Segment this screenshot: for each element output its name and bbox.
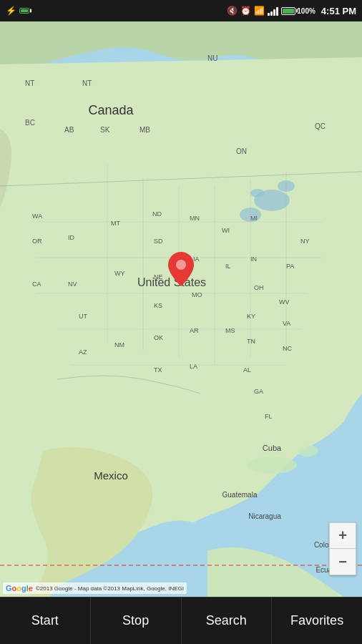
svg-text:NU: NU (207, 54, 217, 62)
svg-text:OR: OR (32, 238, 42, 245)
svg-text:WI: WI (222, 227, 230, 234)
start-button[interactable]: Start (0, 597, 91, 644)
svg-text:MI: MI (250, 215, 258, 222)
svg-text:WA: WA (32, 213, 42, 220)
svg-text:MB: MB (140, 126, 150, 134)
svg-text:WV: WV (279, 298, 290, 306)
svg-text:TX: TX (154, 366, 162, 374)
svg-text:NV: NV (68, 280, 77, 288)
zoom-controls: + − (329, 522, 356, 575)
status-bar: ⚡ 🔇 ⏰ 📶 100% 4:51 PM (0, 0, 362, 21)
svg-text:IL: IL (225, 263, 231, 270)
google-logo: Google (6, 584, 33, 592)
svg-text:IN: IN (250, 255, 257, 263)
time-display: 4:51 PM (321, 6, 356, 16)
svg-text:MO: MO (192, 291, 202, 298)
svg-text:NY: NY (300, 238, 310, 245)
bottom-nav-bar: Start Stop Search Favorites (0, 597, 362, 644)
svg-text:MN: MN (190, 215, 200, 222)
svg-text:NT: NT (82, 79, 92, 87)
map-attribution-text: ©2013 Google - Map data ©2013 MapLink, G… (36, 585, 184, 592)
svg-text:SD: SD (154, 238, 163, 245)
svg-text:KS: KS (154, 302, 162, 309)
alarm-icon: ⏰ (240, 6, 251, 16)
svg-text:VA: VA (283, 320, 290, 327)
svg-text:Guatemala: Guatemala (222, 491, 258, 499)
svg-text:MS: MS (225, 327, 235, 334)
svg-point-5 (250, 189, 265, 197)
svg-text:SK: SK (100, 126, 110, 134)
map-pin (168, 252, 194, 286)
mute-icon: 🔇 (227, 6, 238, 16)
zoom-out-button[interactable]: − (330, 549, 356, 575)
svg-text:PA: PA (286, 263, 294, 270)
svg-text:ON: ON (236, 147, 247, 155)
svg-text:NE: NE (154, 273, 163, 280)
svg-text:WY: WY (114, 270, 125, 277)
svg-text:LA: LA (190, 363, 197, 370)
svg-text:BC: BC (25, 119, 35, 127)
status-right: 🔇 ⏰ 📶 100% 4:51 PM (227, 6, 356, 16)
signal-icon (268, 6, 278, 16)
svg-text:NT: NT (25, 79, 34, 87)
svg-text:AR: AR (190, 327, 199, 334)
favorites-button[interactable]: Favorites (272, 597, 362, 644)
svg-text:ND: ND (152, 210, 162, 218)
status-left: ⚡ (6, 6, 29, 16)
usb-icon: ⚡ (6, 6, 16, 16)
search-button[interactable]: Search (182, 597, 273, 644)
svg-text:CA: CA (32, 280, 41, 288)
small-battery-icon (19, 8, 29, 14)
svg-text:KY: KY (247, 313, 255, 320)
svg-text:OH: OH (254, 284, 264, 291)
svg-point-6 (247, 457, 297, 474)
svg-text:NM: NM (114, 341, 124, 348)
svg-text:AL: AL (243, 366, 251, 374)
battery-icon: 100% (281, 7, 315, 15)
stop-button[interactable]: Stop (91, 597, 182, 644)
svg-text:OK: OK (154, 334, 163, 341)
svg-text:NC: NC (283, 345, 292, 352)
svg-text:Canada: Canada (88, 103, 134, 117)
svg-text:Nicaragua: Nicaragua (248, 512, 281, 520)
zoom-in-button[interactable]: + (330, 523, 356, 549)
map-area[interactable]: Canada United States Mexico Cuba Guatema… (0, 21, 362, 597)
svg-text:GA: GA (254, 388, 263, 395)
svg-text:ID: ID (68, 234, 75, 241)
svg-point-7 (297, 445, 318, 457)
svg-text:Cuba: Cuba (263, 444, 282, 452)
svg-text:TN: TN (247, 338, 255, 345)
svg-text:QC: QC (315, 122, 326, 130)
svg-text:UT: UT (79, 313, 87, 320)
svg-text:AZ: AZ (79, 348, 87, 356)
svg-point-75 (176, 260, 186, 270)
google-attribution: Google ©2013 Google - Map data ©2013 Map… (3, 582, 187, 594)
wifi-icon: 📶 (254, 6, 265, 16)
battery-percent: 100% (297, 7, 315, 15)
svg-text:FL: FL (265, 413, 273, 420)
svg-text:MT: MT (111, 220, 120, 227)
svg-text:IA: IA (193, 255, 200, 263)
map-svg: Canada United States Mexico Cuba Guatema… (0, 21, 362, 597)
svg-text:Mexico: Mexico (94, 469, 128, 482)
svg-text:AB: AB (64, 126, 74, 134)
